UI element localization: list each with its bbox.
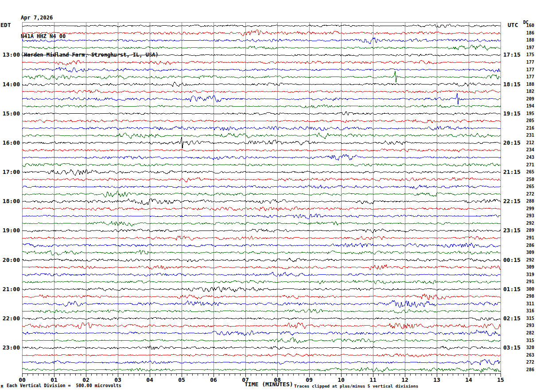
seismogram-trace	[22, 317, 501, 320]
seismogram-trace	[22, 177, 501, 182]
dc-value: 205	[523, 118, 534, 123]
utc-time-label: 23:15	[503, 227, 520, 234]
dc-value: 309	[523, 250, 534, 255]
seismogram-trace	[22, 169, 501, 176]
utc-time-label: 22:15	[503, 198, 520, 204]
seismogram-trace	[22, 38, 501, 43]
dc-value: 195	[523, 111, 534, 116]
dc-value: 288	[523, 199, 534, 204]
utc-time-label: 18:15	[503, 81, 520, 88]
seismogram-trace	[22, 323, 501, 329]
dc-value: 300	[523, 287, 534, 292]
seismogram-trace	[22, 60, 501, 65]
seismogram-trace	[22, 354, 501, 357]
utc-time-label: 17:15	[503, 51, 520, 58]
seismogram-trace	[22, 287, 501, 292]
dc-value: 212	[523, 140, 534, 145]
seismogram-trace	[22, 54, 501, 57]
seismogram-trace	[22, 221, 501, 226]
seismogram-trace	[22, 185, 501, 189]
utc-time-label: 20:15	[503, 139, 520, 146]
edt-hour-label: 19:00	[0, 227, 20, 234]
x-tick-label: 15	[493, 377, 509, 383]
seismogram-trace	[22, 309, 501, 313]
dc-value: 177	[523, 67, 534, 72]
dc-value: 293	[523, 323, 534, 328]
edt-hour-label: 13:00	[0, 51, 20, 58]
dc-value: 292	[523, 221, 534, 226]
helicorder-screen: Apr 7,2026 N41A HHZ N4 00 (Harden Midlan…	[0, 0, 536, 392]
dc-value: 311	[523, 301, 534, 306]
dc-value: 289	[523, 228, 534, 233]
dc-value: 315	[523, 338, 534, 343]
x-tick-label: 02	[78, 377, 94, 383]
x-tick-label: 01	[46, 377, 62, 383]
seismogram-trace	[22, 82, 501, 87]
utc-time-label: 03:15	[503, 344, 520, 351]
edt-hour-label: 17:00	[0, 169, 20, 175]
edt-hour-label: 23:00	[0, 344, 20, 351]
seismogram-trace	[22, 154, 501, 160]
edt-hour-label: 18:00	[0, 198, 20, 204]
x-tick-label: 09	[301, 377, 317, 383]
seismogram-trace	[22, 330, 501, 336]
dc-value: 216	[523, 126, 534, 131]
seismogram-trace	[22, 250, 501, 255]
dc-value: 265	[523, 169, 534, 174]
dc-value: 177	[523, 60, 534, 65]
seismogram-trace	[22, 133, 501, 139]
dc-value: 309	[523, 265, 534, 269]
seismogram-trace	[22, 258, 501, 262]
utc-time-label: 02:15	[503, 315, 520, 322]
x-tick-label: 14	[461, 377, 477, 383]
seismogram-trace	[22, 120, 501, 123]
utc-time-label: 00:15	[503, 257, 520, 263]
dc-value: 286	[523, 367, 534, 372]
utc-time-label: 19:15	[503, 110, 520, 117]
dc-value: 315	[523, 316, 534, 321]
dc-value: 188	[523, 82, 534, 87]
seismogram-trace	[22, 45, 501, 50]
seismogram-trace	[22, 126, 501, 131]
dc-value: 188	[523, 38, 534, 42]
dc-value: 316	[523, 308, 534, 313]
dc-value: 282	[523, 331, 534, 335]
seismogram-trace	[22, 243, 501, 248]
dc-value: 292	[523, 257, 534, 262]
x-tick-label: 00	[14, 377, 30, 383]
seismogram-trace	[22, 105, 501, 108]
x-tick-label: 11	[365, 377, 381, 383]
dc-value: 250	[523, 177, 534, 182]
clip-note: Traces clipped at plus/minus 5 vertical …	[294, 384, 418, 388]
dc-value: 271	[523, 162, 534, 167]
utc-time-label: 01:15	[503, 286, 520, 292]
dc-value: 291	[523, 279, 534, 284]
x-tick-label: 05	[174, 377, 190, 383]
dc-value: 231	[523, 133, 534, 138]
edt-hour-label: 14:00	[0, 81, 20, 88]
dc-value: 293	[523, 213, 534, 218]
dc-value: 291	[523, 235, 534, 240]
seismogram-trace	[22, 149, 501, 152]
dc-value: 194	[523, 104, 534, 108]
dc-value: 175	[523, 52, 534, 57]
seismogram-trace	[22, 265, 501, 270]
dc-value: 272	[523, 360, 534, 365]
seismogram-trace	[22, 199, 501, 205]
x-tick-label: 13	[429, 377, 445, 383]
seismogram-trace	[22, 71, 501, 82]
x-tick-label: 12	[397, 377, 413, 383]
seismogram-trace	[22, 93, 501, 104]
dc-value: 286	[523, 243, 534, 248]
edt-hour-label: 22:00	[0, 315, 20, 322]
seismogram-trace	[22, 294, 501, 300]
dc-value: 298	[523, 294, 534, 299]
seismogram-trace	[22, 236, 501, 240]
seismogram-trace	[22, 367, 501, 373]
dc-value: 197	[523, 45, 534, 50]
x-axis-title: TIME (MINUTES)	[245, 381, 293, 388]
x-tick-label: 03	[110, 377, 126, 383]
seismogram-trace	[22, 300, 501, 307]
vertical-scale-note: Each Vertical Division = 500.00 microvol…	[7, 383, 121, 388]
dc-value: 182	[523, 89, 534, 94]
